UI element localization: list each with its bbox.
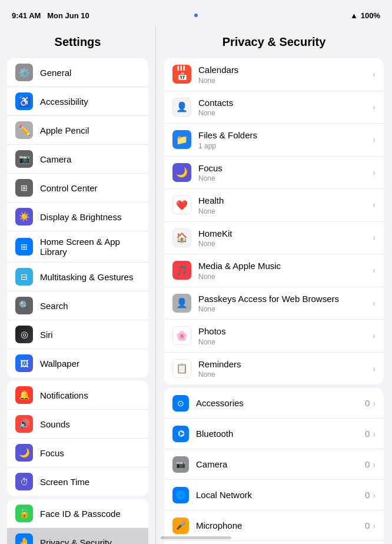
reminders-sublabel: None xyxy=(198,370,373,379)
control-center-label: Control Center xyxy=(40,183,140,193)
accessories-chevron: › xyxy=(373,399,376,408)
health-label: Health xyxy=(198,195,373,207)
detail-item-contacts[interactable]: 👤 Contacts None › xyxy=(164,91,384,124)
accessibility-icon: ♿ xyxy=(15,92,33,110)
accessories-count: 0 xyxy=(365,398,370,408)
status-right: ▲ 100% xyxy=(350,11,380,20)
contacts-label: Contacts xyxy=(198,97,373,109)
calendars-chevron: › xyxy=(373,69,376,79)
bluetooth-icon: ⌬ xyxy=(172,426,189,442)
siri-label: Siri xyxy=(40,330,140,340)
detail-item-bluetooth[interactable]: ⌬ Bluetooth 0 › xyxy=(164,419,384,449)
homekit-chevron: › xyxy=(373,233,376,243)
reminders-label: Reminders xyxy=(198,359,373,370)
local-network-icon: 🌐 xyxy=(172,487,189,503)
camera-label: Camera xyxy=(40,154,140,164)
sidebar-item-screen-time[interactable]: ⏱ Screen Time xyxy=(7,467,148,496)
sidebar-item-search[interactable]: 🔍 Search xyxy=(7,291,148,320)
sidebar-item-notifications[interactable]: 🔔 Notifications xyxy=(7,381,148,410)
files-sublabel: 1 app xyxy=(198,142,373,150)
camera-hw-label: Camera xyxy=(196,459,365,470)
sidebar-item-privacy-security[interactable]: 🤚 Privacy & Security xyxy=(7,528,148,544)
apple-pencil-icon: ✏️ xyxy=(15,121,33,139)
detail-item-local-network[interactable]: 🌐 Local Network 0 › xyxy=(164,480,384,510)
camera-hw-chevron: › xyxy=(373,460,376,469)
files-label: Files & Folders xyxy=(198,130,373,141)
accessories-label: Accessories xyxy=(196,397,365,409)
sidebar-item-accessibility[interactable]: ♿ Accessibility xyxy=(7,87,148,116)
photos-text: Photos None xyxy=(198,326,373,346)
sidebar-item-apple-pencil[interactable]: ✏️ Apple Pencil xyxy=(7,116,148,145)
accessories-right: 0 › xyxy=(365,398,376,408)
reminders-text: Reminders None xyxy=(198,359,373,379)
focus-text: Focus None xyxy=(198,162,373,183)
camera-hw-count: 0 xyxy=(365,459,370,469)
camera-hw-right: 0 › xyxy=(365,459,376,469)
sidebar-item-general[interactable]: ⚙️ General xyxy=(7,58,148,87)
focus-label: Focus xyxy=(40,448,140,458)
display-icon: ☀️ xyxy=(15,208,33,225)
media-sublabel: None xyxy=(198,273,373,281)
passkeys-sublabel: None xyxy=(198,305,373,313)
sidebar-item-wallpaper[interactable]: 🖼 Wallpaper xyxy=(7,349,148,377)
microphone-chevron: › xyxy=(373,521,376,530)
photos-sublabel: None xyxy=(198,338,373,346)
sidebar-item-control-center[interactable]: ⊞ Control Center xyxy=(7,174,148,203)
health-icon: ❤️ xyxy=(172,195,191,214)
face-id-icon: 🔓 xyxy=(15,505,33,522)
sidebar-title: Settings xyxy=(0,26,155,55)
sidebar-item-sounds[interactable]: 🔊 Sounds xyxy=(7,410,148,439)
detail-item-focus[interactable]: 🌙 Focus None › xyxy=(164,157,384,190)
camera-hw-icon: 📷 xyxy=(172,456,189,473)
contacts-chevron: › xyxy=(373,102,376,112)
detail-item-accessories[interactable]: ⊙ Accessories 0 › xyxy=(164,388,384,419)
sidebar-item-display[interactable]: ☀️ Display & Brightness xyxy=(7,203,148,231)
passkeys-text: Passkeys Access for Web Browsers None xyxy=(198,293,373,314)
detail-title: Privacy & Security xyxy=(156,26,392,55)
sidebar-item-home-screen[interactable]: ⊞ Home Screen & App Library xyxy=(7,231,148,263)
focus-icon: 🌙 xyxy=(15,444,33,462)
focus-detail-icon: 🌙 xyxy=(172,163,191,182)
apple-pencil-label: Apple Pencil xyxy=(40,125,140,135)
homekit-sublabel: None xyxy=(198,240,373,248)
home-screen-label: Home Screen & App Library xyxy=(40,237,140,257)
detail-item-media[interactable]: 🎵 Media & Apple Music None › xyxy=(164,254,384,287)
microphone-text: Microphone xyxy=(196,520,365,532)
sidebar-item-focus[interactable]: 🌙 Focus xyxy=(7,439,148,467)
sidebar-item-multitasking[interactable]: ⊟ Multitasking & Gestures xyxy=(7,263,148,291)
camera-icon: 📷 xyxy=(15,150,33,168)
focus-label: Focus xyxy=(198,162,373,174)
wallpaper-icon: 🖼 xyxy=(15,354,33,372)
detail-item-files[interactable]: 📁 Files & Folders 1 app › xyxy=(164,124,384,157)
display-label: Display & Brightness xyxy=(40,212,140,222)
search-label: Search xyxy=(40,301,140,311)
detail-item-camera-hw[interactable]: 📷 Camera 0 › xyxy=(164,449,384,480)
privacy-label: Privacy & Security xyxy=(40,538,140,545)
local-network-text: Local Network xyxy=(196,489,365,501)
detail-item-health[interactable]: ❤️ Health None › xyxy=(164,189,384,222)
detail-item-reminders[interactable]: 📋 Reminders None › xyxy=(164,353,384,385)
sidebar-item-siri[interactable]: ◎ Siri xyxy=(7,320,148,349)
search-icon: 🔍 xyxy=(15,297,33,314)
focus-right: › xyxy=(373,168,376,177)
detail-item-homekit[interactable]: 🏠 HomeKit None › xyxy=(164,222,384,255)
health-chevron: › xyxy=(373,200,376,210)
sidebar-item-face-id[interactable]: 🔓 Face ID & Passcode xyxy=(7,499,148,528)
sidebar: Settings ⚙️ General ♿ Accessibility ✏️ A… xyxy=(0,26,156,544)
detail-item-calendars[interactable]: ▌▌▌ 📅 Calendars None › xyxy=(164,58,384,91)
sounds-icon: 🔊 xyxy=(15,415,33,433)
bluetooth-right: 0 › xyxy=(365,429,376,439)
multitasking-label: Multitasking & Gestures xyxy=(40,272,140,282)
local-network-chevron: › xyxy=(373,490,376,500)
health-text: Health None xyxy=(198,195,373,215)
detail-item-passkeys[interactable]: 👤 Passkeys Access for Web Browsers None … xyxy=(164,287,384,320)
detail-item-photos[interactable]: 🌸 Photos None › xyxy=(164,320,384,353)
accessibility-label: Accessibility xyxy=(40,97,140,107)
notifications-label: Notifications xyxy=(40,390,140,400)
bluetooth-text: Bluetooth xyxy=(196,428,365,440)
status-bar: 9:41 AM Mon Jun 10 ▲ 100% xyxy=(0,0,392,26)
privacy-icon: 🤚 xyxy=(15,533,33,544)
sidebar-item-camera[interactable]: 📷 Camera xyxy=(7,145,148,174)
media-text: Media & Apple Music None xyxy=(198,260,373,281)
detail-item-motion[interactable]: 🏃 Motion & Fitness 0 › xyxy=(164,541,384,544)
